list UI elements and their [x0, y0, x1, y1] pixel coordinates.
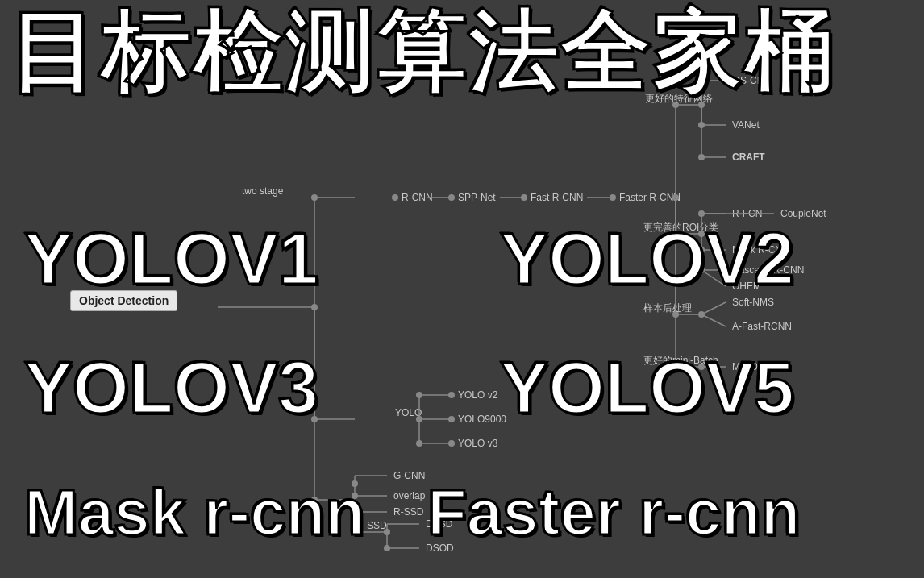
svg-text:CRAFT: CRAFT — [732, 152, 765, 163]
svg-text:VANet: VANet — [732, 119, 760, 131]
svg-point-83 — [448, 416, 455, 422]
svg-text:overlap: overlap — [393, 490, 426, 501]
svg-point-80 — [448, 392, 455, 398]
svg-point-88 — [448, 440, 455, 447]
svg-point-87 — [416, 440, 422, 447]
svg-point-6 — [392, 194, 398, 201]
svg-text:SSD: SSD — [367, 520, 387, 531]
svg-text:YOLO v3: YOLO v3 — [458, 438, 498, 449]
svg-text:SPP-Net: SPP-Net — [458, 192, 496, 203]
object-detection-box: Object Detection — [70, 290, 177, 311]
svg-line-63 — [701, 314, 726, 326]
faster-rcnn-label: Faster r-cnn — [427, 476, 800, 550]
svg-text:Fast R-CNN: Fast R-CNN — [531, 192, 583, 203]
svg-point-79 — [416, 392, 422, 398]
svg-text:Faster R-CNN: Faster R-CNN — [619, 192, 681, 203]
yolov1-label: YOLOV1 — [24, 218, 318, 301]
yolov5-label: YOLOV5 — [500, 347, 794, 430]
svg-point-9 — [448, 194, 455, 201]
svg-point-4 — [311, 194, 318, 201]
svg-line-61 — [701, 302, 726, 314]
svg-text:YOLO: YOLO — [395, 407, 422, 418]
svg-point-113 — [384, 545, 390, 551]
svg-text:two stage: two stage — [242, 185, 284, 197]
svg-text:样本后处理: 样本后处理 — [643, 302, 692, 314]
mask-rcnn-label: Mask r-cnn — [24, 476, 364, 550]
svg-point-12 — [521, 194, 527, 201]
yolov2-label: YOLOV2 — [500, 218, 794, 301]
svg-text:G-CNN: G-CNN — [393, 470, 425, 481]
svg-text:R-SSD: R-SSD — [393, 506, 424, 518]
main-title: 目标检测算法全家桶 — [8, 8, 835, 97]
svg-point-15 — [610, 194, 616, 201]
svg-point-33 — [698, 154, 705, 160]
yolov3-label: YOLOV3 — [24, 347, 318, 430]
svg-text:A-Fast-RCNN: A-Fast-RCNN — [732, 321, 792, 332]
svg-text:YOLO v2: YOLO v2 — [458, 389, 498, 401]
